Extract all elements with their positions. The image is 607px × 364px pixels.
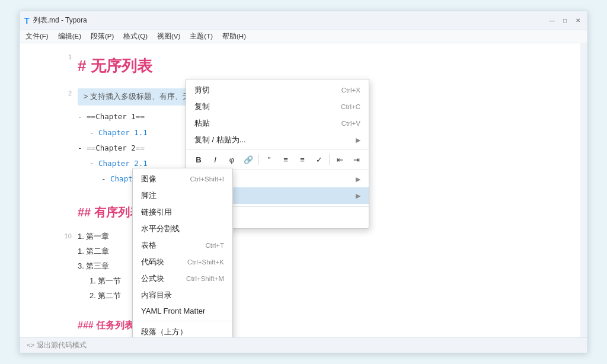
sub-image-shortcut: Ctrl+Shift+I bbox=[190, 175, 224, 183]
ctx-cut[interactable]: 剪切 Ctrl+X bbox=[186, 82, 369, 98]
menu-theme[interactable]: 主题(T) bbox=[189, 32, 214, 41]
sub-math-block[interactable]: 公式块 Ctrl+Shift+M bbox=[133, 270, 232, 287]
h1-heading: # 无序列表 bbox=[78, 53, 152, 79]
sub-image[interactable]: 图像 Ctrl+Shift+I bbox=[133, 171, 232, 187]
ctx-paste-label: 粘贴 bbox=[194, 118, 210, 129]
sub-link-ref-label: 链接引用 bbox=[141, 207, 172, 218]
list-item-2: 1. 第二章 bbox=[78, 245, 109, 258]
sub-code-block-label: 代码块 bbox=[141, 257, 164, 267]
sub-hr-label: 水平分割线 bbox=[141, 223, 180, 234]
code-line-3: - ==Chapter 2== bbox=[78, 142, 145, 154]
fmt-code[interactable]: φ bbox=[224, 152, 239, 167]
minimize-button[interactable]: — bbox=[547, 16, 557, 25]
ctx-paste-as[interactable]: 复制 / 粘贴为... ▶ bbox=[186, 132, 369, 148]
fmt-quote[interactable]: " bbox=[261, 152, 277, 167]
menu-view[interactable]: 视图(V) bbox=[156, 32, 181, 41]
menu-paragraph[interactable]: 段落(P) bbox=[90, 32, 115, 41]
status-label[interactable]: <> 退出源代码模式 bbox=[27, 341, 87, 350]
menu-format[interactable]: 格式(Q) bbox=[122, 32, 149, 41]
ctx-cut-label: 剪切 bbox=[194, 85, 210, 95]
sub-toc-label: 内容目录 bbox=[141, 290, 172, 301]
fmt-bold[interactable]: B bbox=[191, 152, 206, 167]
fmt-italic[interactable]: I bbox=[207, 152, 223, 167]
fmt-unordered-list[interactable]: ≡ bbox=[295, 152, 310, 167]
ctx-paste[interactable]: 粘贴 Ctrl+V bbox=[186, 115, 369, 132]
format-toolbar: B I φ 🔗 " ≡ ≡ ✓ ⇤ ⇥ bbox=[186, 149, 369, 170]
sub-footnote[interactable]: 脚注 bbox=[133, 187, 232, 204]
sub-link-ref[interactable]: 链接引用 bbox=[133, 204, 232, 221]
content-area: 1 # 无序列表 2 > 支持插入多级标题、有序、无序列表、 - ==Chapt… bbox=[20, 43, 587, 337]
title-bar: T 列表.md - Typora — □ ✕ bbox=[20, 11, 587, 30]
ctx-insert-arrow: ▶ bbox=[356, 192, 360, 200]
ctx-paragraph-arrow: ▶ bbox=[356, 175, 360, 183]
code-line-2: - Chapter 1.1 bbox=[78, 126, 148, 139]
fmt-ordered-list[interactable]: ≡ bbox=[278, 152, 293, 167]
sub-table[interactable]: 表格 Ctrl+T bbox=[133, 237, 232, 254]
sub-hr[interactable]: 水平分割线 bbox=[133, 221, 232, 237]
h3-heading: ### 任务列表 bbox=[78, 317, 134, 333]
ctx-paste-shortcut: Ctrl+V bbox=[341, 120, 360, 127]
fmt-link[interactable]: 🔗 bbox=[241, 152, 256, 167]
list-item-4: 1. 第一节 bbox=[78, 274, 121, 288]
sub-code-block-shortcut: Ctrl+Shift+K bbox=[187, 258, 224, 266]
maximize-button[interactable]: □ bbox=[560, 16, 570, 25]
sub-code-block[interactable]: 代码块 Ctrl+Shift+K bbox=[133, 254, 232, 270]
menu-help[interactable]: 帮助(H) bbox=[221, 32, 247, 41]
sub-yaml-label: YAML Front Matter bbox=[141, 306, 205, 315]
insert-submenu: 图像 Ctrl+Shift+I 脚注 链接引用 水平分割线 表格 Ctrl+T … bbox=[132, 168, 233, 337]
fmt-divider-2 bbox=[329, 154, 330, 165]
menu-file[interactable]: 文件(F) bbox=[24, 32, 50, 41]
ctx-copy[interactable]: 复制 Ctrl+C bbox=[186, 98, 369, 115]
fmt-task[interactable]: ✓ bbox=[311, 152, 327, 167]
window-controls[interactable]: — □ ✕ bbox=[547, 16, 583, 25]
sub-table-label: 表格 bbox=[141, 240, 156, 251]
menu-edit[interactable]: 编辑(E) bbox=[57, 32, 82, 41]
sub-math-block-shortcut: Ctrl+Shift+M bbox=[186, 275, 224, 282]
ctx-cut-shortcut: Ctrl+X bbox=[341, 87, 360, 94]
ctx-paste-as-label: 复制 / 粘贴为... bbox=[194, 135, 246, 145]
list-item-1: 1. 第一章 bbox=[78, 230, 109, 243]
window-title: 列表.md - Typora bbox=[33, 15, 547, 25]
sub-image-label: 图像 bbox=[141, 174, 156, 184]
close-button[interactable]: ✕ bbox=[573, 16, 583, 25]
status-bar: <> 退出源代码模式 bbox=[20, 337, 587, 353]
list-item-3: 3. 第三章 bbox=[78, 260, 109, 273]
sub-toc[interactable]: 内容目录 bbox=[133, 287, 232, 304]
fmt-indent-left[interactable]: ⇤ bbox=[332, 152, 347, 167]
app-icon: T bbox=[24, 16, 30, 25]
sub-divider bbox=[133, 321, 232, 321]
sub-yaml[interactable]: YAML Front Matter bbox=[133, 304, 232, 318]
sub-footnote-label: 脚注 bbox=[141, 190, 156, 201]
sub-table-shortcut: Ctrl+T bbox=[205, 242, 224, 249]
ctx-copy-label: 复制 bbox=[194, 101, 210, 112]
ctx-paste-as-arrow: ▶ bbox=[356, 136, 360, 144]
sub-para-above-label: 段落（上方） bbox=[141, 327, 187, 337]
sub-para-above[interactable]: 段落（上方） bbox=[133, 324, 232, 337]
ctx-copy-shortcut: Ctrl+C bbox=[341, 103, 360, 110]
fmt-indent-right[interactable]: ⇥ bbox=[349, 152, 364, 167]
fmt-divider-1 bbox=[258, 154, 259, 165]
code-line-1: - ==Chapter 1== bbox=[78, 110, 145, 123]
sub-math-block-label: 公式块 bbox=[141, 273, 164, 284]
scrollbar[interactable] bbox=[580, 43, 587, 337]
list-item-5: 2. 第二节 bbox=[78, 289, 121, 302]
menu-bar: 文件(F) 编辑(E) 段落(P) 格式(Q) 视图(V) 主题(T) 帮助(H… bbox=[20, 30, 587, 43]
